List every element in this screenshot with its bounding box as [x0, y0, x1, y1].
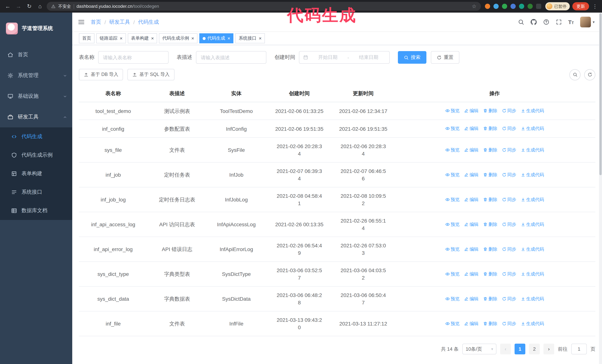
- op-generate-link[interactable]: 生成代码: [521, 320, 544, 327]
- op-generate-link[interactable]: 生成代码: [521, 171, 544, 178]
- sidebar-item-infra[interactable]: 基础设施: [0, 86, 72, 107]
- sidebar-item-devtools[interactable]: 研发工具: [0, 107, 72, 127]
- op-preview-link[interactable]: 预览: [445, 320, 460, 327]
- page-button-2[interactable]: 2: [529, 344, 540, 354]
- op-edit-link[interactable]: 编辑: [464, 171, 478, 178]
- op-generate-link[interactable]: 生成代码: [521, 125, 544, 132]
- toggle-search-button[interactable]: [570, 69, 580, 80]
- breadcrumb-item-devtools[interactable]: 研发工具: [109, 19, 130, 25]
- sidebar-item-system[interactable]: 系统管理: [0, 65, 72, 86]
- table-desc-input[interactable]: [196, 51, 266, 64]
- fontsize-icon[interactable]: TT: [568, 19, 574, 25]
- tag-close-icon[interactable]: ×: [151, 36, 154, 41]
- tag-close-icon[interactable]: ×: [259, 36, 262, 41]
- extension-icon[interactable]: [510, 4, 516, 9]
- tag-链路追踪[interactable]: 链路追踪×: [96, 33, 126, 43]
- op-delete-link[interactable]: 删除: [483, 146, 497, 154]
- op-delete-link[interactable]: 删除: [483, 171, 497, 178]
- browser-menu-icon[interactable]: ⋮: [592, 3, 598, 9]
- tag-close-icon[interactable]: ×: [191, 36, 194, 41]
- op-generate-link[interactable]: 生成代码: [521, 146, 544, 154]
- op-preview-link[interactable]: 预览: [445, 125, 460, 132]
- op-generate-link[interactable]: 生成代码: [521, 220, 544, 228]
- table-name-input[interactable]: [98, 51, 169, 64]
- op-sync-link[interactable]: 同步: [502, 171, 516, 178]
- next-page-button[interactable]: ›: [543, 344, 554, 354]
- user-avatar[interactable]: [580, 17, 591, 27]
- page-scrollbar[interactable]: [599, 13, 602, 364]
- op-edit-link[interactable]: 编辑: [464, 245, 478, 253]
- op-sync-link[interactable]: 同步: [502, 196, 516, 203]
- back-button[interactable]: ←: [4, 0, 12, 13]
- forward-button[interactable]: →: [14, 0, 22, 13]
- page-button-1[interactable]: 1: [515, 344, 525, 354]
- op-edit-link[interactable]: 编辑: [464, 270, 478, 278]
- op-preview-link[interactable]: 预览: [445, 107, 460, 114]
- op-sync-link[interactable]: 同步: [502, 245, 516, 253]
- op-delete-link[interactable]: 删除: [483, 107, 497, 114]
- extension-icon[interactable]: [485, 4, 490, 9]
- update-button[interactable]: 更新: [572, 2, 589, 10]
- import-sql-button[interactable]: 基于 SQL 导入: [128, 69, 174, 80]
- tag-代码生成[interactable]: 代码生成×: [199, 33, 234, 43]
- extension-icon[interactable]: [536, 4, 541, 9]
- op-generate-link[interactable]: 生成代码: [521, 107, 544, 114]
- fullscreen-icon[interactable]: [556, 19, 562, 25]
- op-delete-link[interactable]: 删除: [483, 245, 497, 253]
- extension-icon[interactable]: [527, 4, 533, 9]
- op-delete-link[interactable]: 删除: [483, 270, 497, 278]
- op-sync-link[interactable]: 同步: [502, 320, 516, 327]
- extension-icon[interactable]: [502, 4, 507, 9]
- op-edit-link[interactable]: 编辑: [464, 295, 478, 302]
- date-range-picker[interactable]: 开始日期 - 结束日期: [299, 51, 390, 64]
- user-menu[interactable]: ▾: [580, 17, 595, 27]
- op-preview-link[interactable]: 预览: [445, 270, 460, 278]
- tag-系统接口[interactable]: 系统接口×: [236, 33, 265, 43]
- sidebar-subitem-form-builder[interactable]: 表单构建: [0, 164, 72, 183]
- op-generate-link[interactable]: 生成代码: [521, 295, 544, 302]
- goto-page-input[interactable]: [571, 344, 587, 354]
- hamburger-icon[interactable]: [78, 19, 85, 26]
- tag-close-icon[interactable]: ×: [120, 36, 122, 41]
- bookmark-star-icon[interactable]: ☆: [472, 3, 476, 9]
- op-preview-link[interactable]: 预览: [445, 196, 460, 203]
- reload-button[interactable]: ↻: [25, 0, 33, 13]
- github-icon[interactable]: [530, 19, 537, 25]
- op-edit-link[interactable]: 编辑: [464, 107, 478, 114]
- op-sync-link[interactable]: 同步: [502, 220, 516, 228]
- search-button[interactable]: 搜索: [398, 51, 426, 64]
- op-preview-link[interactable]: 预览: [445, 146, 460, 154]
- op-sync-link[interactable]: 同步: [502, 107, 516, 114]
- op-sync-link[interactable]: 同步: [502, 146, 516, 154]
- help-icon[interactable]: [543, 19, 549, 25]
- op-delete-link[interactable]: 删除: [483, 125, 497, 132]
- extension-icon[interactable]: [494, 4, 499, 9]
- extension-icon[interactable]: [519, 4, 524, 9]
- import-db-button[interactable]: 基于 DB 导入: [79, 69, 123, 80]
- scrollbar-thumb[interactable]: [599, 13, 602, 175]
- op-edit-link[interactable]: 编辑: [464, 125, 478, 132]
- refresh-table-button[interactable]: [584, 69, 595, 80]
- breadcrumb-item-home[interactable]: 首页: [91, 19, 101, 25]
- op-edit-link[interactable]: 编辑: [464, 196, 478, 203]
- tag-首页[interactable]: 首页: [79, 33, 95, 43]
- op-generate-link[interactable]: 生成代码: [521, 270, 544, 278]
- page-size-select[interactable]: 10条/页 ▾: [462, 344, 496, 354]
- tag-代码生成示例[interactable]: 代码生成示例×: [159, 33, 197, 43]
- op-delete-link[interactable]: 删除: [483, 320, 497, 327]
- prev-page-button[interactable]: ‹: [500, 344, 511, 354]
- home-button[interactable]: ⌂: [36, 0, 44, 13]
- sidebar-item-home[interactable]: 首页: [0, 44, 72, 65]
- sidebar-subitem-codegen-example[interactable]: 代码生成示例: [0, 146, 72, 164]
- op-delete-link[interactable]: 删除: [483, 220, 497, 228]
- op-sync-link[interactable]: 同步: [502, 270, 516, 278]
- op-edit-link[interactable]: 编辑: [464, 146, 478, 154]
- search-icon[interactable]: [518, 19, 524, 25]
- op-edit-link[interactable]: 编辑: [464, 220, 478, 228]
- op-sync-link[interactable]: 同步: [502, 125, 516, 132]
- op-delete-link[interactable]: 删除: [483, 196, 497, 203]
- tag-close-icon[interactable]: ×: [227, 36, 230, 41]
- op-generate-link[interactable]: 生成代码: [521, 245, 544, 253]
- op-generate-link[interactable]: 生成代码: [521, 196, 544, 203]
- op-preview-link[interactable]: 预览: [445, 220, 460, 228]
